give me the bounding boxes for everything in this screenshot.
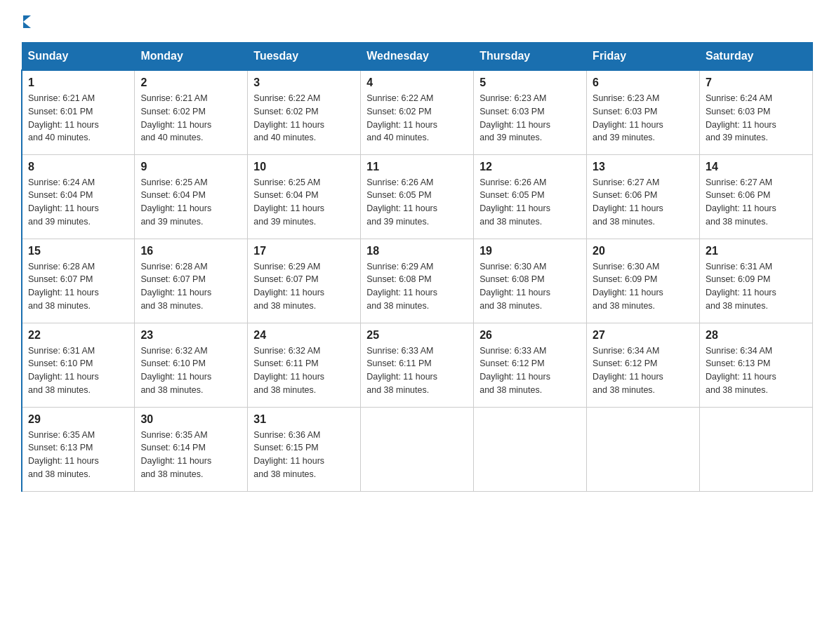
day-info: Sunrise: 6:32 AMSunset: 6:11 PMDaylight:… <box>253 344 355 397</box>
calendar-week-row: 29Sunrise: 6:35 AMSunset: 6:13 PMDayligh… <box>22 407 813 491</box>
day-info: Sunrise: 6:35 AMSunset: 6:14 PMDaylight:… <box>140 429 241 481</box>
calendar-week-row: 22Sunrise: 6:31 AMSunset: 6:10 PMDayligh… <box>22 323 813 407</box>
column-header-thursday: Thursday <box>474 43 587 71</box>
day-number: 3 <box>253 76 355 89</box>
day-number: 19 <box>479 245 581 257</box>
calendar-day-cell: 16Sunrise: 6:28 AMSunset: 6:07 PMDayligh… <box>135 239 248 323</box>
day-number: 17 <box>253 245 355 257</box>
calendar-day-cell: 15Sunrise: 6:28 AMSunset: 6:07 PMDayligh… <box>22 239 135 323</box>
day-number: 12 <box>479 161 581 173</box>
day-number: 7 <box>706 76 807 89</box>
column-header-sunday: Sunday <box>22 43 135 71</box>
calendar-day-cell: 10Sunrise: 6:25 AMSunset: 6:04 PMDayligh… <box>248 154 361 239</box>
calendar-day-cell: 17Sunrise: 6:29 AMSunset: 6:07 PMDayligh… <box>248 239 361 323</box>
day-info: Sunrise: 6:23 AMSunset: 6:03 PMDaylight:… <box>593 92 694 145</box>
day-info: Sunrise: 6:24 AMSunset: 6:04 PMDaylight:… <box>28 176 128 229</box>
calendar-day-cell: 22Sunrise: 6:31 AMSunset: 6:10 PMDayligh… <box>22 323 135 407</box>
day-number: 15 <box>28 245 128 257</box>
column-header-saturday: Saturday <box>700 43 813 71</box>
day-number: 16 <box>140 245 241 257</box>
calendar-week-row: 1Sunrise: 6:21 AMSunset: 6:01 PMDaylight… <box>22 70 813 154</box>
calendar-day-cell: 31Sunrise: 6:36 AMSunset: 6:15 PMDayligh… <box>248 407 361 491</box>
day-number: 13 <box>593 161 694 173</box>
calendar-day-cell: 1Sunrise: 6:21 AMSunset: 6:01 PMDaylight… <box>22 70 135 154</box>
calendar-day-cell: 12Sunrise: 6:26 AMSunset: 6:05 PMDayligh… <box>474 154 587 239</box>
day-info: Sunrise: 6:28 AMSunset: 6:07 PMDaylight:… <box>140 260 241 313</box>
calendar-header-row: SundayMondayTuesdayWednesdayThursdayFrid… <box>22 43 813 71</box>
calendar-day-cell: 25Sunrise: 6:33 AMSunset: 6:11 PMDayligh… <box>361 323 474 407</box>
day-number: 1 <box>28 76 128 89</box>
calendar-day-cell: 27Sunrise: 6:34 AMSunset: 6:12 PMDayligh… <box>587 323 700 407</box>
calendar-day-cell: 11Sunrise: 6:26 AMSunset: 6:05 PMDayligh… <box>361 154 474 239</box>
calendar-day-cell: 2Sunrise: 6:21 AMSunset: 6:02 PMDaylight… <box>135 70 248 154</box>
day-info: Sunrise: 6:26 AMSunset: 6:05 PMDaylight:… <box>366 176 468 229</box>
column-header-tuesday: Tuesday <box>248 43 361 71</box>
day-info: Sunrise: 6:32 AMSunset: 6:10 PMDaylight:… <box>140 344 241 397</box>
calendar-day-cell: 26Sunrise: 6:33 AMSunset: 6:12 PMDayligh… <box>474 323 587 407</box>
calendar-day-cell: 4Sunrise: 6:22 AMSunset: 6:02 PMDaylight… <box>361 70 474 154</box>
column-header-wednesday: Wednesday <box>361 43 474 71</box>
day-info: Sunrise: 6:34 AMSunset: 6:12 PMDaylight:… <box>593 344 694 397</box>
day-number: 24 <box>253 329 355 342</box>
day-info: Sunrise: 6:22 AMSunset: 6:02 PMDaylight:… <box>366 92 468 145</box>
calendar-day-cell: 9Sunrise: 6:25 AMSunset: 6:04 PMDaylight… <box>135 154 248 239</box>
day-info: Sunrise: 6:35 AMSunset: 6:13 PMDaylight:… <box>28 429 128 481</box>
calendar-day-cell: 24Sunrise: 6:32 AMSunset: 6:11 PMDayligh… <box>248 323 361 407</box>
calendar-day-cell: 14Sunrise: 6:27 AMSunset: 6:06 PMDayligh… <box>700 154 813 239</box>
day-info: Sunrise: 6:21 AMSunset: 6:01 PMDaylight:… <box>28 92 128 145</box>
day-number: 25 <box>366 329 468 342</box>
calendar-day-cell: 28Sunrise: 6:34 AMSunset: 6:13 PMDayligh… <box>700 323 813 407</box>
day-info: Sunrise: 6:26 AMSunset: 6:05 PMDaylight:… <box>479 176 581 229</box>
empty-day-cell <box>361 407 474 491</box>
logo-triangle-bottom <box>23 22 31 28</box>
calendar-day-cell: 20Sunrise: 6:30 AMSunset: 6:09 PMDayligh… <box>587 239 700 323</box>
day-info: Sunrise: 6:22 AMSunset: 6:02 PMDaylight:… <box>253 92 355 145</box>
calendar-day-cell: 6Sunrise: 6:23 AMSunset: 6:03 PMDaylight… <box>587 70 700 154</box>
calendar-day-cell: 18Sunrise: 6:29 AMSunset: 6:08 PMDayligh… <box>361 239 474 323</box>
calendar-week-row: 15Sunrise: 6:28 AMSunset: 6:07 PMDayligh… <box>22 239 813 323</box>
day-info: Sunrise: 6:31 AMSunset: 6:10 PMDaylight:… <box>28 344 128 397</box>
day-info: Sunrise: 6:31 AMSunset: 6:09 PMDaylight:… <box>706 260 807 313</box>
calendar-day-cell: 13Sunrise: 6:27 AMSunset: 6:06 PMDayligh… <box>587 154 700 239</box>
day-number: 6 <box>593 76 694 89</box>
day-number: 4 <box>366 76 468 89</box>
day-info: Sunrise: 6:33 AMSunset: 6:11 PMDaylight:… <box>366 344 468 397</box>
day-info: Sunrise: 6:27 AMSunset: 6:06 PMDaylight:… <box>706 176 807 229</box>
day-info: Sunrise: 6:30 AMSunset: 6:09 PMDaylight:… <box>593 260 694 313</box>
calendar-day-cell: 19Sunrise: 6:30 AMSunset: 6:08 PMDayligh… <box>474 239 587 323</box>
day-info: Sunrise: 6:21 AMSunset: 6:02 PMDaylight:… <box>140 92 241 145</box>
calendar-day-cell: 7Sunrise: 6:24 AMSunset: 6:03 PMDaylight… <box>700 70 813 154</box>
day-info: Sunrise: 6:25 AMSunset: 6:04 PMDaylight:… <box>140 176 241 229</box>
calendar-day-cell: 8Sunrise: 6:24 AMSunset: 6:04 PMDaylight… <box>22 154 135 239</box>
day-info: Sunrise: 6:30 AMSunset: 6:08 PMDaylight:… <box>479 260 581 313</box>
day-info: Sunrise: 6:23 AMSunset: 6:03 PMDaylight:… <box>479 92 581 145</box>
day-info: Sunrise: 6:29 AMSunset: 6:07 PMDaylight:… <box>253 260 355 313</box>
day-number: 5 <box>479 76 581 89</box>
column-header-friday: Friday <box>587 43 700 71</box>
day-number: 9 <box>140 161 241 173</box>
day-info: Sunrise: 6:28 AMSunset: 6:07 PMDaylight:… <box>28 260 128 313</box>
day-number: 31 <box>253 413 355 426</box>
calendar-day-cell: 23Sunrise: 6:32 AMSunset: 6:10 PMDayligh… <box>135 323 248 407</box>
day-info: Sunrise: 6:36 AMSunset: 6:15 PMDaylight:… <box>253 429 355 481</box>
empty-day-cell <box>587 407 700 491</box>
column-header-monday: Monday <box>135 43 248 71</box>
empty-day-cell <box>474 407 587 491</box>
calendar-week-row: 8Sunrise: 6:24 AMSunset: 6:04 PMDaylight… <box>22 154 813 239</box>
day-number: 10 <box>253 161 355 173</box>
day-number: 26 <box>479 329 581 342</box>
day-number: 23 <box>140 329 241 342</box>
day-number: 30 <box>140 413 241 426</box>
day-info: Sunrise: 6:24 AMSunset: 6:03 PMDaylight:… <box>706 92 807 145</box>
calendar-day-cell: 21Sunrise: 6:31 AMSunset: 6:09 PMDayligh… <box>700 239 813 323</box>
day-number: 28 <box>706 329 807 342</box>
day-number: 22 <box>28 329 128 342</box>
calendar-day-cell: 3Sunrise: 6:22 AMSunset: 6:02 PMDaylight… <box>248 70 361 154</box>
empty-day-cell <box>700 407 813 491</box>
calendar-day-cell: 5Sunrise: 6:23 AMSunset: 6:03 PMDaylight… <box>474 70 587 154</box>
day-number: 11 <box>366 161 468 173</box>
logo-triangle-top <box>23 15 31 22</box>
day-number: 18 <box>366 245 468 257</box>
day-number: 2 <box>140 76 241 89</box>
calendar-day-cell: 30Sunrise: 6:35 AMSunset: 6:14 PMDayligh… <box>135 407 248 491</box>
